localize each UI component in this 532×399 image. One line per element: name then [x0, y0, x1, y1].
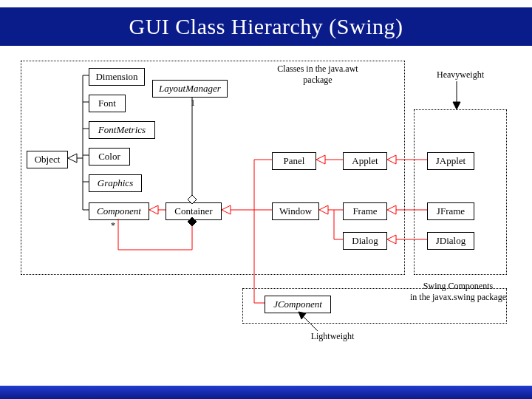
svg-marker-9 [149, 205, 158, 214]
footer-bar [0, 386, 532, 399]
slide-root: GUI Class Hierarchy (Swing) Classes in t… [0, 0, 532, 399]
svg-marker-23 [316, 155, 325, 164]
svg-marker-25 [387, 155, 396, 164]
svg-marker-17 [222, 205, 231, 214]
svg-marker-37 [453, 102, 460, 109]
svg-marker-13 [188, 217, 197, 226]
svg-marker-0 [68, 154, 77, 163]
title-bar: GUI Class Hierarchy (Swing) [0, 7, 532, 46]
svg-line-38 [301, 315, 318, 331]
svg-marker-11 [188, 195, 197, 204]
svg-marker-27 [319, 205, 328, 214]
page-title: GUI Class Hierarchy (Swing) [129, 14, 403, 38]
svg-marker-34 [387, 235, 396, 244]
svg-marker-32 [387, 205, 396, 214]
connectors [0, 52, 532, 369]
diagram-canvas: Classes in the java.awt package Heavywei… [0, 52, 532, 369]
